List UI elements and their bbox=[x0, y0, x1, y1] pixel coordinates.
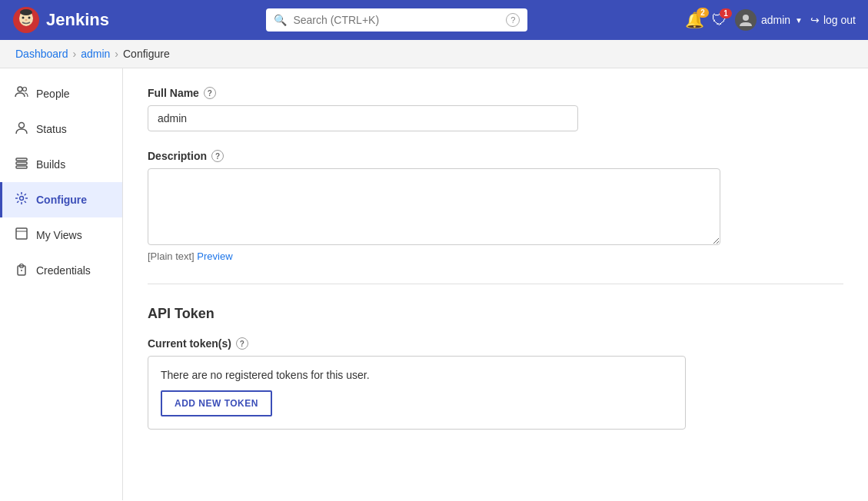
myviews-icon bbox=[15, 227, 28, 244]
full-name-input[interactable] bbox=[148, 105, 578, 131]
breadcrumb-sep-1: › bbox=[73, 48, 77, 60]
main-layout: People Status Builds Configure My Views bbox=[0, 68, 868, 500]
plain-text-note: [Plain text] Preview bbox=[148, 250, 843, 262]
people-icon bbox=[15, 85, 28, 102]
logo[interactable]: Jenkins bbox=[12, 6, 109, 34]
svg-point-3 bbox=[20, 9, 32, 15]
full-name-label: Full Name ? bbox=[148, 87, 843, 99]
sidebar-item-myviews-label: My Views bbox=[36, 229, 82, 241]
search-input[interactable] bbox=[293, 14, 500, 26]
logout-icon: ↪ bbox=[810, 14, 820, 26]
svg-rect-12 bbox=[16, 158, 27, 161]
search-icon: 🔍 bbox=[274, 14, 287, 26]
avatar bbox=[735, 9, 757, 31]
svg-point-9 bbox=[18, 87, 22, 91]
preview-link[interactable]: Preview bbox=[197, 250, 232, 262]
user-avatar-icon bbox=[738, 12, 753, 28]
svg-point-4 bbox=[22, 17, 25, 19]
shield-badge: 1 bbox=[720, 8, 732, 18]
description-label: Description ? bbox=[148, 150, 843, 162]
api-token-group: API Token Current token(s) ? There are n… bbox=[148, 306, 843, 430]
sidebar-item-status-label: Status bbox=[36, 123, 67, 135]
main-content: Full Name ? Description ? [Plain text] P… bbox=[123, 68, 868, 500]
search-box: 🔍 ? bbox=[266, 8, 527, 32]
breadcrumb: Dashboard › admin › Configure bbox=[0, 40, 868, 68]
sidebar-item-people-label: People bbox=[36, 88, 70, 100]
full-name-group: Full Name ? bbox=[148, 87, 843, 131]
sidebar: People Status Builds Configure My Views bbox=[0, 68, 123, 500]
api-token-title: API Token bbox=[148, 306, 843, 322]
sidebar-item-configure[interactable]: Configure bbox=[0, 182, 122, 217]
svg-rect-7 bbox=[25, 26, 28, 31]
svg-rect-16 bbox=[16, 228, 27, 239]
sidebar-item-myviews[interactable]: My Views bbox=[0, 217, 122, 253]
description-textarea[interactable] bbox=[148, 168, 720, 245]
svg-point-8 bbox=[743, 15, 749, 21]
sidebar-item-credentials[interactable]: Credentials bbox=[0, 253, 122, 288]
svg-rect-13 bbox=[16, 162, 27, 164]
chevron-down-icon: ▼ bbox=[795, 16, 803, 25]
description-help-icon[interactable]: ? bbox=[211, 150, 224, 162]
no-tokens-message: There are no registered tokens for this … bbox=[161, 369, 673, 381]
sidebar-item-status[interactable]: Status bbox=[0, 111, 122, 147]
search-help-icon[interactable]: ? bbox=[506, 13, 520, 27]
sidebar-item-builds[interactable]: Builds bbox=[0, 147, 122, 182]
current-tokens-label: Current token(s) ? bbox=[148, 337, 843, 350]
user-name: admin bbox=[761, 14, 790, 26]
breadcrumb-dashboard[interactable]: Dashboard bbox=[15, 48, 68, 60]
svg-point-6 bbox=[25, 19, 28, 21]
description-group: Description ? [Plain text] Preview bbox=[148, 150, 843, 262]
section-divider bbox=[148, 284, 843, 284]
sidebar-item-configure-label: Configure bbox=[36, 194, 87, 206]
configure-icon bbox=[15, 191, 28, 208]
header-actions: 🔔 2 🛡 1 admin ▼ ↪ log out bbox=[685, 9, 856, 31]
svg-rect-14 bbox=[16, 166, 27, 168]
sidebar-item-people[interactable]: People bbox=[0, 76, 122, 111]
sidebar-item-credentials-label: Credentials bbox=[36, 264, 91, 277]
shield-button[interactable]: 🛡 1 bbox=[712, 12, 727, 29]
svg-point-20 bbox=[21, 270, 22, 271]
current-tokens-help-icon[interactable]: ? bbox=[236, 337, 248, 350]
svg-point-15 bbox=[20, 197, 24, 201]
add-new-token-button[interactable]: ADD NEW TOKEN bbox=[161, 390, 272, 416]
svg-point-10 bbox=[23, 88, 27, 91]
breadcrumb-admin[interactable]: admin bbox=[81, 48, 110, 60]
logout-label: log out bbox=[823, 14, 856, 26]
status-icon bbox=[15, 121, 28, 138]
builds-icon bbox=[15, 156, 28, 173]
full-name-help-icon[interactable]: ? bbox=[204, 87, 216, 99]
breadcrumb-sep-2: › bbox=[115, 48, 118, 60]
user-menu-button[interactable]: admin ▼ bbox=[735, 9, 803, 31]
app-header: Jenkins 🔍 ? 🔔 2 🛡 1 admin ▼ bbox=[0, 0, 868, 40]
token-box: There are no registered tokens for this … bbox=[148, 356, 686, 430]
sidebar-item-builds-label: Builds bbox=[36, 158, 65, 171]
notifications-badge: 2 bbox=[697, 8, 709, 18]
svg-point-5 bbox=[28, 17, 31, 19]
jenkins-logo-icon bbox=[12, 6, 40, 34]
search-area: 🔍 ? bbox=[118, 8, 676, 32]
svg-point-11 bbox=[19, 123, 25, 128]
credentials-icon bbox=[15, 262, 28, 279]
logo-text: Jenkins bbox=[46, 10, 109, 30]
notifications-button[interactable]: 🔔 2 bbox=[685, 11, 704, 29]
breadcrumb-current: Configure bbox=[123, 48, 170, 60]
logout-button[interactable]: ↪ log out bbox=[810, 14, 856, 26]
